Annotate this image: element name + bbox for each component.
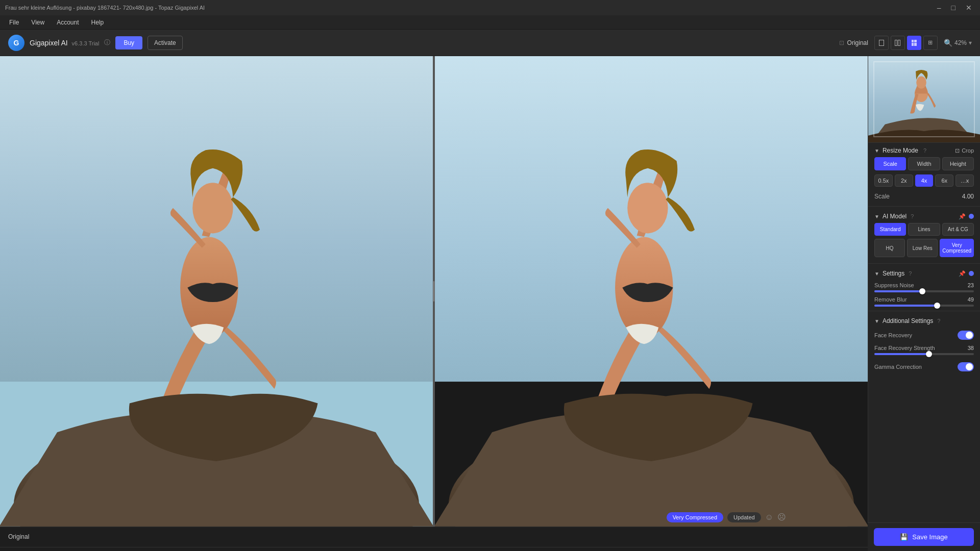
ai-model-help-icon[interactable]: ?: [911, 213, 914, 219]
crop-button[interactable]: ⊡ Crop: [955, 147, 974, 154]
zoom-value: 42%: [954, 39, 967, 46]
ai-model-artcg[interactable]: Art & CG: [942, 223, 974, 236]
original-image-svg: [0, 56, 433, 527]
zoom-control: 🔍 42% ▾: [944, 39, 972, 47]
add-settings-chevron: ▼: [874, 318, 879, 324]
suppress-noise-label: Suppress Noise: [874, 282, 914, 288]
settings-pin-icon[interactable]: 📌: [959, 270, 966, 277]
header-right: ⊡ Original ⊞: [839, 36, 972, 50]
app-logo: G: [8, 35, 24, 51]
face-recovery-strength-slider[interactable]: [874, 353, 974, 355]
canvas-footer: Original Very Compressed Updated ☺ ☹: [0, 527, 868, 547]
ai-model-active-dot: [969, 214, 974, 219]
menu-file[interactable]: File: [4, 17, 24, 28]
add-settings-help-icon[interactable]: ?: [937, 318, 940, 324]
thumbnail-area: [868, 56, 980, 143]
maximize-button[interactable]: □: [948, 3, 959, 13]
ai-model-chevron: ▼: [874, 214, 879, 219]
ai-model-type-group: Standard Lines Art & CG: [868, 223, 980, 239]
face-recovery-label: Face Recovery: [874, 332, 912, 338]
suppress-noise-thumb[interactable]: [919, 288, 925, 294]
minimize-button[interactable]: –: [934, 3, 944, 13]
processed-image-svg: [435, 56, 868, 527]
save-image-button[interactable]: 💾 Save Image: [874, 528, 974, 546]
files-section: Select All | 1 images selected ▲ ▼ Add R…: [0, 547, 868, 551]
face-recovery-strength-value: 38: [968, 345, 974, 351]
svg-point-9: [627, 183, 668, 233]
view-split-h-icon: [912, 40, 917, 46]
buy-button[interactable]: Buy: [115, 36, 142, 49]
ai-model-lines[interactable]: Lines: [908, 223, 940, 236]
mult-btn-6x[interactable]: 6x: [935, 174, 953, 187]
ai-model-pin-icon[interactable]: 📌: [959, 213, 966, 220]
scale-label: Scale: [874, 193, 890, 200]
view-quad-icon: ⊞: [928, 39, 933, 46]
canvas-split: [0, 56, 868, 527]
ai-model-header: ▼ AI Model ? 📌: [868, 209, 980, 223]
frown-icon[interactable]: ☹: [777, 512, 786, 522]
remove-blur-slider[interactable]: [874, 305, 974, 307]
save-button-area: 💾 Save Image: [868, 522, 980, 551]
smiley-icon[interactable]: ☺: [765, 513, 773, 522]
face-recovery-toggle[interactable]: [958, 331, 974, 340]
canvas-right: [435, 56, 868, 527]
logo-area: G Gigapixel AI v6.3.3 Trial ⓘ Buy Activa…: [8, 35, 183, 51]
menu-account[interactable]: Account: [52, 17, 84, 28]
thumbnail-border: [873, 61, 975, 137]
original-image: [0, 56, 433, 527]
mult-btn-custom[interactable]: …x: [955, 174, 974, 187]
gamma-correction-toggle[interactable]: [958, 362, 974, 371]
menu-view[interactable]: View: [26, 17, 50, 28]
view-split-v-button[interactable]: [891, 36, 905, 50]
ai-model-label: AI Model: [883, 213, 906, 220]
main-layout: Original Very Compressed Updated ☺ ☹ Sel…: [0, 56, 980, 551]
view-split-v-icon: [895, 40, 900, 46]
view-quad-button[interactable]: ⊞: [923, 36, 938, 50]
ai-model-standard[interactable]: Standard: [874, 223, 906, 236]
view-single-button[interactable]: [874, 36, 889, 50]
resize-mode-help-icon[interactable]: ?: [923, 147, 926, 154]
face-recovery-row: Face Recovery: [868, 328, 980, 343]
settings-help-icon[interactable]: ?: [909, 270, 912, 277]
scale-mode-scale[interactable]: Scale: [874, 157, 906, 170]
remove-blur-thumb[interactable]: [934, 303, 940, 309]
close-button[interactable]: ✕: [963, 3, 975, 13]
scale-mode-height[interactable]: Height: [942, 157, 974, 170]
view-controls: ⊞: [874, 36, 938, 50]
suppress-noise-value: 23: [968, 282, 974, 288]
scale-mode-width[interactable]: Width: [908, 157, 940, 170]
remove-blur-fill: [874, 305, 937, 307]
file-list-header: Select All | 1 images selected ▲ ▼ Add R…: [0, 547, 868, 551]
gamma-correction-row: Gamma Correction: [868, 359, 980, 374]
thumbnail-image: [868, 56, 980, 142]
menu-help[interactable]: Help: [86, 17, 109, 28]
activate-button[interactable]: Activate: [148, 36, 183, 50]
remove-blur-label: Remove Blur: [874, 296, 907, 303]
updated-badge[interactable]: Updated: [727, 512, 761, 522]
face-recovery-strength-thumb[interactable]: [926, 351, 932, 357]
bottom-badges: Very Compressed Updated ☺ ☹: [667, 512, 786, 522]
main-area: Original Very Compressed Updated ☺ ☹ Sel…: [0, 56, 868, 551]
mult-btn-0-5x[interactable]: 0.5x: [874, 174, 893, 187]
main-header: G Gigapixel AI v6.3.3 Trial ⓘ Buy Activa…: [0, 30, 980, 56]
app-name: Gigapixel AI v6.3.3 Trial: [30, 39, 99, 47]
suppress-noise-slider[interactable]: [874, 290, 974, 292]
original-label: ⊡ Original: [839, 39, 868, 46]
suppress-noise-row: Suppress Noise 23: [868, 280, 980, 294]
crop-icon: ⊡: [955, 147, 960, 154]
view-split-h-button[interactable]: [907, 36, 921, 50]
mult-btn-4x[interactable]: 4x: [915, 174, 934, 187]
quality-low-res[interactable]: Low Res: [907, 239, 938, 257]
original-icon: ⊡: [839, 39, 844, 46]
quality-very-compressed[interactable]: Very Compressed: [940, 239, 974, 257]
multiplier-group: 0.5x 2x 4x 6x …x: [868, 174, 980, 191]
quality-hq[interactable]: HQ: [874, 239, 905, 257]
original-tag: Original: [8, 533, 29, 540]
info-icon: ⓘ: [104, 38, 110, 47]
zoom-dropdown-icon[interactable]: ▾: [969, 39, 972, 46]
mult-btn-2x[interactable]: 2x: [895, 174, 913, 187]
model-badge[interactable]: Very Compressed: [667, 512, 723, 522]
svg-point-5: [192, 183, 233, 233]
resize-mode-label: Resize Mode: [883, 147, 918, 154]
divider-2: [868, 263, 980, 264]
